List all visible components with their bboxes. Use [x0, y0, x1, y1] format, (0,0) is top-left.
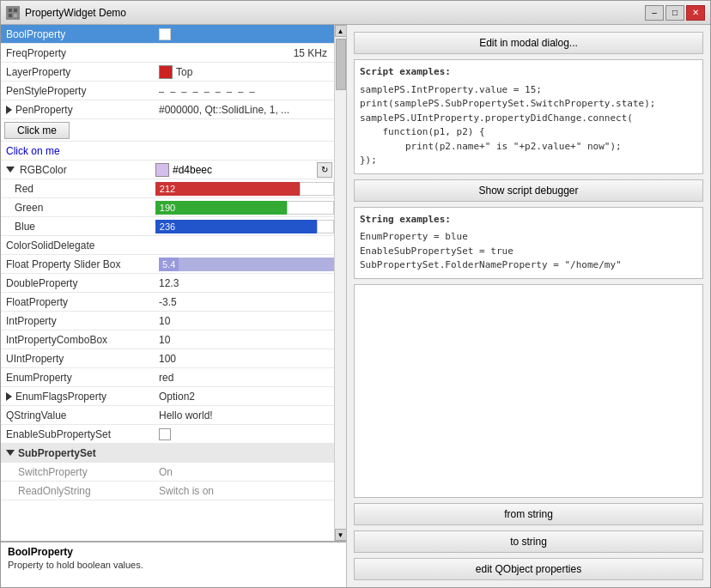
prop-row-blue[interactable]: Blue 236: [1, 217, 334, 236]
titlebar: PropertyWidget Demo – □ ✕: [1, 1, 710, 25]
svg-rect-2: [9, 14, 12, 17]
prop-value-qstringvalue: Hello world!: [155, 409, 334, 421]
to-string-button[interactable]: to string: [354, 530, 703, 553]
desc-text: Property to hold boolean values.: [8, 560, 339, 570]
prop-row-uintproperty[interactable]: UIntProperty 100: [1, 349, 334, 368]
prop-label-floatproperty: FloatProperty: [1, 296, 155, 308]
prop-value-floatslider: 5.4: [155, 258, 334, 271]
prop-value-rgbcolor: #d4beec ↻: [155, 162, 334, 178]
text-area[interactable]: [354, 284, 703, 499]
svg-rect-3: [14, 14, 17, 17]
layer-swatch: [159, 65, 173, 79]
prop-label-red: Red: [1, 183, 155, 195]
prop-value-readonlystring: Switch is on: [155, 485, 334, 497]
subprop-expand-icon: [6, 450, 15, 456]
prop-label-penproperty: PenProperty: [1, 104, 155, 116]
string-examples-title: String examples:: [360, 213, 697, 227]
prop-label-doubleproperty: DoubleProperty: [1, 277, 155, 289]
blue-value: 236: [155, 220, 179, 233]
vertical-scrollbar[interactable]: ▲ ▼: [334, 25, 346, 541]
prop-label-intcombo: IntPropertyComboBox: [1, 334, 155, 346]
prop-row-intproperty[interactable]: IntProperty 10: [1, 312, 334, 330]
prop-row-qstringvalue[interactable]: QStringValue Hello world!: [1, 406, 334, 425]
prop-row-penproperty[interactable]: PenProperty #000000, Qt::SolidLine, 1, .…: [1, 100, 334, 119]
prop-label-enumproperty: EnumProperty: [1, 372, 155, 384]
rgb-expand-icon: [6, 167, 15, 173]
right-panel: Edit in modal dialog... Script examples:…: [347, 25, 710, 587]
prop-value-layerproperty: Top: [155, 65, 334, 79]
script-examples-title: Script examples:: [360, 65, 697, 80]
prop-value-intproperty: 10: [155, 315, 334, 327]
prop-row-boolproperty[interactable]: BoolProperty: [1, 25, 334, 44]
prop-value-penstyle: – – – – – – – – –: [155, 86, 334, 96]
scroll-thumb[interactable]: [336, 39, 346, 90]
prop-value-enumflags: Option2: [155, 391, 334, 403]
titlebar-buttons: – □ ✕: [645, 5, 705, 21]
from-string-button[interactable]: from string: [354, 503, 703, 525]
green-value: 190: [155, 201, 179, 215]
rgb-refresh-button[interactable]: ↻: [317, 162, 332, 178]
float-slider-bar: [179, 258, 334, 271]
prop-label-penstyle: PenStyleProperty: [1, 85, 155, 97]
prop-row-colorsolid[interactable]: ColorSolidDelegate: [1, 236, 334, 255]
prop-row-enumflags[interactable]: EnumFlagsProperty Option2: [1, 387, 334, 406]
prop-row-green[interactable]: Green 190: [1, 198, 334, 217]
prop-row-layerproperty[interactable]: LayerProperty Top: [1, 63, 334, 82]
prop-row-readonlystring[interactable]: ReadOnlyString Switch is on: [1, 482, 334, 500]
prop-label-qstringvalue: QStringValue: [1, 409, 155, 421]
click-on-me-link[interactable]: Click on me: [6, 145, 60, 157]
prop-row-switchproperty[interactable]: SwitchProperty On: [1, 463, 334, 482]
script-code: samplePS.IntProperty.value = 15; print(s…: [360, 83, 697, 168]
subprop-title: SubPropertySet: [18, 447, 96, 459]
clickme-button[interactable]: Click me: [4, 122, 70, 139]
prop-row-doubleproperty[interactable]: DoubleProperty 12.3: [1, 274, 334, 293]
prop-label-boolproperty: BoolProperty: [1, 28, 155, 40]
green-bar-empty: [287, 201, 334, 215]
prop-row-enumproperty[interactable]: EnumProperty red: [1, 368, 334, 387]
prop-row-freqproperty[interactable]: FreqProperty 15 KHz: [1, 44, 334, 63]
maximize-button[interactable]: □: [665, 5, 684, 21]
prop-value-uintproperty: 100: [155, 353, 334, 365]
float-slider-display: 5.4: [159, 258, 179, 271]
bool-checkbox[interactable]: [159, 28, 171, 40]
edit-qobject-button[interactable]: edit QObject properties: [354, 558, 703, 580]
prop-label-floatslider: Float Property Slider Box: [1, 258, 155, 270]
enumflags-expand-icon: [6, 392, 12, 401]
svg-rect-1: [14, 9, 17, 12]
enablesub-checkbox[interactable]: [159, 428, 171, 440]
prop-value-enablesubprop: [155, 428, 334, 440]
left-panel: BoolProperty FreqProperty 15 KHz LayerPr…: [1, 25, 347, 587]
main-content: BoolProperty FreqProperty 15 KHz LayerPr…: [1, 25, 710, 587]
minimize-button[interactable]: –: [645, 5, 664, 21]
main-window: PropertyWidget Demo – □ ✕ BoolProperty: [0, 0, 711, 588]
edit-modal-button[interactable]: Edit in modal dialog...: [354, 32, 703, 54]
prop-row-floatslider[interactable]: Float Property Slider Box 5.4: [1, 255, 334, 274]
prop-value-red: 212: [155, 182, 334, 196]
prop-row-penstyle[interactable]: PenStyleProperty – – – – – – – – –: [1, 82, 334, 100]
prop-row-subpropertyset[interactable]: SubPropertySet: [1, 444, 334, 463]
clickme-row: Click me: [1, 119, 334, 142]
prop-value-green: 190: [155, 201, 334, 215]
prop-value-blue: 236: [155, 220, 334, 233]
prop-label-readonlystring: ReadOnlyString: [1, 485, 155, 497]
prop-row-red[interactable]: Red 212: [1, 179, 334, 198]
prop-value-floatproperty: -3.5: [155, 296, 334, 308]
property-table: BoolProperty FreqProperty 15 KHz LayerPr…: [1, 25, 334, 541]
prop-row-rgbcolor[interactable]: RGBColor #d4beec ↻: [1, 161, 334, 179]
show-debugger-button[interactable]: Show script debugger: [354, 179, 703, 202]
prop-label-green: Green: [1, 202, 155, 214]
red-bar-empty: [300, 182, 334, 196]
prop-row-floatproperty[interactable]: FloatProperty -3.5: [1, 293, 334, 312]
prop-value-boolproperty: [155, 28, 334, 40]
prop-label-blue: Blue: [1, 221, 155, 233]
string-code: EnumProperty = blue EnableSubPropertySet…: [360, 230, 697, 273]
app-icon: [6, 6, 20, 20]
prop-row-intcombo[interactable]: IntPropertyComboBox 10: [1, 330, 334, 349]
prop-label-rgbcolor: RGBColor: [1, 164, 155, 176]
prop-row-enablesubprop[interactable]: EnableSubPropertySet: [1, 425, 334, 444]
prop-label-colorsolid: ColorSolidDelegate: [1, 239, 155, 252]
prop-label-switchproperty: SwitchProperty: [1, 466, 155, 478]
scroll-up-arrow[interactable]: ▲: [335, 25, 347, 37]
scroll-down-arrow[interactable]: ▼: [335, 529, 347, 541]
close-button[interactable]: ✕: [686, 5, 705, 21]
